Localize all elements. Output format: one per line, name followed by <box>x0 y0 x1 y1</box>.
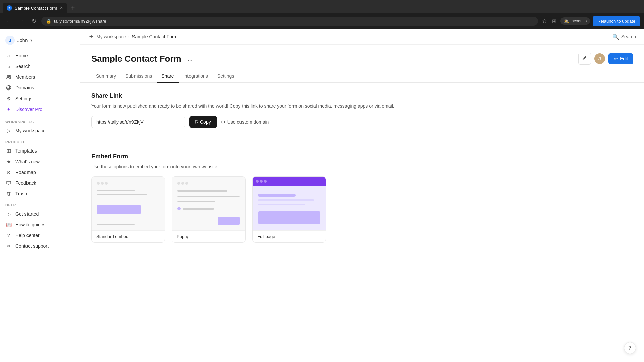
tab-favicon: T <box>7 5 12 11</box>
breadcrumb-workspace[interactable]: My workspace <box>96 34 126 39</box>
bookmark-button[interactable]: ☆ <box>541 17 548 26</box>
sidebar-item-templates[interactable]: ▦ Templates <box>0 145 80 156</box>
sidebar-item-feedback[interactable]: Feedback <box>0 178 80 188</box>
sidebar-item-how-to-guides[interactable]: 📖 How-to guides <box>0 219 80 230</box>
incognito-label: Incognito <box>571 19 587 23</box>
svg-point-4 <box>7 86 11 90</box>
sidebar-item-discover-pro[interactable]: ✦ Discover Pro <box>0 104 80 115</box>
sidebar-item-home[interactable]: ⌂ Home <box>0 50 80 61</box>
embed-form-section: Embed Form Use these options to embed yo… <box>80 143 644 252</box>
sidebar-nav: ⌂ Home ⌕ Search Members Domains ⚙ <box>0 49 80 116</box>
sidebar-item-get-started[interactable]: ▷ Get started <box>0 208 80 219</box>
form-title: Sample Contact Form <box>91 54 181 64</box>
sidebar-item-domains[interactable]: Domains <box>0 82 80 93</box>
sidebar-item-my-workspace[interactable]: ▷ My workspace <box>0 125 80 136</box>
search-icon: 🔍 <box>612 34 619 40</box>
templates-icon: ▦ <box>5 148 12 154</box>
sidebar-item-label: Help center <box>15 233 40 238</box>
more-options-button[interactable]: ... <box>185 55 195 63</box>
active-tab[interactable]: T Sample Contact Form × <box>3 3 67 13</box>
lock-icon: 🔒 <box>46 19 51 24</box>
preview-block-popup <box>218 217 240 225</box>
share-link-section: Share Link Your form is now published an… <box>80 83 644 143</box>
tab-settings[interactable]: Settings <box>213 70 239 83</box>
form-user-avatar: J <box>594 53 605 64</box>
content-area: Sample Contact Form ... J ✏ Edit <box>80 45 644 362</box>
share-link-title: Share Link <box>91 92 633 99</box>
embed-preview-popup <box>172 177 245 230</box>
sidebar-item-settings[interactable]: ⚙ Settings <box>0 93 80 104</box>
tab-share[interactable]: Share <box>157 70 178 83</box>
share-link-row: ⎘ Copy ⚙ Use custom domain <box>91 116 633 128</box>
custom-domain-button[interactable]: ⚙ Use custom domain <box>221 119 269 125</box>
custom-domain-icon: ⚙ <box>221 119 225 125</box>
new-tab-button[interactable]: + <box>68 3 78 13</box>
incognito-icon: 🕵 <box>564 19 569 23</box>
user-section[interactable]: J John ▾ <box>0 34 80 49</box>
sidebar-item-help-center[interactable]: ? Help center <box>0 230 80 241</box>
relaunch-button[interactable]: Relaunch to update <box>593 16 640 26</box>
preview-line-2 <box>97 194 147 195</box>
trash-icon <box>5 191 12 196</box>
dot4 <box>177 182 180 185</box>
search-button[interactable]: 🔍 Search <box>612 34 636 40</box>
tabs: Summary Submissions Share Integrations S… <box>80 70 644 83</box>
preview-line-1 <box>97 190 135 191</box>
preview-body-line-2 <box>258 204 305 205</box>
topbar: ✦ My workspace › Sample Contact Form 🔍 S… <box>80 29 644 45</box>
url-text: tally.so/forms/n9ZkjV/share <box>54 19 533 24</box>
embed-form-description: Use these options to embed your form int… <box>91 163 633 170</box>
forward-button[interactable]: → <box>17 16 27 26</box>
embed-preview-full-page <box>253 177 326 230</box>
sidebar-item-contact-support[interactable]: ✉ Contact support <box>0 241 80 251</box>
help-button[interactable]: ? <box>624 342 636 354</box>
embed-card-popup[interactable]: Popup <box>172 176 246 243</box>
embed-card-label-popup: Popup <box>172 230 245 242</box>
sidebar-item-search[interactable]: ⌕ Search <box>0 61 80 72</box>
nav-actions: ☆ ⊞ 🕵 Incognito Relaunch to update <box>541 16 640 26</box>
avatar: J <box>5 36 15 45</box>
domains-icon <box>5 85 12 90</box>
content-wrapper: Sample Contact Form ... J ✏ Edit <box>80 45 644 252</box>
preview-input-block <box>258 211 320 224</box>
svg-point-2 <box>7 75 9 77</box>
extensions-button[interactable]: ⊞ <box>551 17 558 26</box>
preview-content <box>253 189 326 230</box>
breadcrumb-form: Sample Contact Form <box>132 34 177 39</box>
reload-button[interactable]: ↻ <box>30 16 39 26</box>
dot6 <box>185 182 188 185</box>
tab-summary[interactable]: Summary <box>91 70 121 83</box>
address-bar[interactable]: 🔒 tally.so/forms/n9ZkjV/share <box>41 17 538 26</box>
embed-card-standard[interactable]: Standard embed <box>91 176 165 243</box>
embed-card-full-page[interactable]: Full page <box>252 176 326 243</box>
sidebar-item-label: What's new <box>15 159 40 164</box>
tab-submissions[interactable]: Submissions <box>121 70 157 83</box>
close-tab-button[interactable]: × <box>60 5 63 11</box>
breadcrumb: My workspace › Sample Contact Form <box>96 34 177 39</box>
share-link-input[interactable] <box>91 116 185 128</box>
sidebar-item-whats-new[interactable]: ★ What's new <box>0 156 80 167</box>
dot9 <box>264 180 267 183</box>
back-button[interactable]: ← <box>4 16 14 26</box>
sidebar-item-label: Roadmap <box>15 170 36 175</box>
contact-icon: ✉ <box>5 243 12 249</box>
sidebar-item-roadmap[interactable]: ⊙ Roadmap <box>0 167 80 178</box>
sidebar-item-label: Contact support <box>15 243 49 249</box>
product-label: Product <box>0 136 80 145</box>
sidebar-item-label: Trash <box>15 191 27 196</box>
preview-dots-2 <box>177 182 240 185</box>
copy-button[interactable]: ⎘ Copy <box>189 116 217 128</box>
copy-link-button[interactable] <box>578 53 591 65</box>
tab-integrations[interactable]: Integrations <box>179 70 213 83</box>
custom-domain-label: Use custom domain <box>227 119 269 125</box>
dot3 <box>105 182 108 185</box>
edit-button[interactable]: ✏ Edit <box>608 53 633 64</box>
dot2 <box>101 182 104 185</box>
sidebar-item-trash[interactable]: Trash <box>0 188 80 199</box>
sidebar-item-members[interactable]: Members <box>0 72 80 82</box>
incognito-badge: 🕵 Incognito <box>560 17 590 25</box>
main-content: ✦ My workspace › Sample Contact Form 🔍 S… <box>80 29 644 362</box>
preview-check-row <box>177 207 240 210</box>
whats-new-icon: ★ <box>5 159 12 164</box>
nav-bar: ← → ↻ 🔒 tally.so/forms/n9ZkjV/share ☆ ⊞ … <box>0 13 644 29</box>
